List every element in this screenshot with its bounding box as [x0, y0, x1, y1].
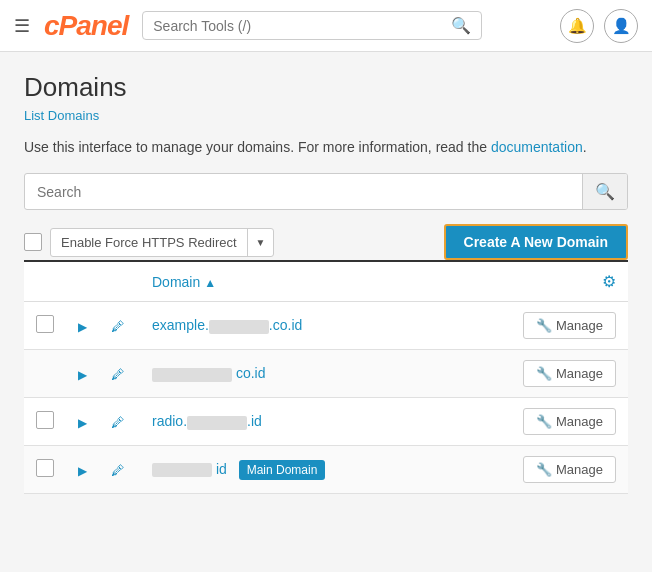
manage-button[interactable]: 🔧Manage — [523, 408, 616, 435]
header-expand-cell — [66, 261, 99, 302]
row-domain-cell: example..co.id — [140, 302, 511, 350]
row-edit-cell: 🖉 — [99, 302, 140, 350]
row-checkbox[interactable] — [36, 315, 54, 333]
row-checkbox-cell — [24, 350, 66, 398]
main-domain-badge: Main Domain — [239, 460, 326, 480]
wrench-icon: 🔧 — [536, 366, 552, 381]
row-checkbox[interactable] — [36, 411, 54, 429]
row-expand-cell: ▶ — [66, 398, 99, 446]
documentation-link[interactable]: documentation — [491, 139, 583, 155]
domain-link[interactable]: example..co.id — [152, 317, 302, 333]
sort-arrow-icon: ▲ — [204, 276, 216, 290]
row-checkbox-cell — [24, 398, 66, 446]
row-domain-cell: co.id — [140, 350, 511, 398]
wrench-icon: 🔧 — [536, 462, 552, 477]
domain-link[interactable]: co.id — [152, 365, 265, 381]
table-row: ▶ 🖉 example..co.id 🔧Manage — [24, 302, 628, 350]
row-edit-icon[interactable]: 🖉 — [111, 463, 124, 478]
wrench-icon: 🔧 — [536, 414, 552, 429]
main-content: Domains List Domains Use this interface … — [0, 52, 652, 514]
header-icon-cell — [99, 261, 140, 302]
table-row: ▶ 🖉 radio..id 🔧Manage — [24, 398, 628, 446]
toolbar-row: Enable Force HTTPS Redirect ▼ Create A N… — [24, 224, 628, 260]
description-text-pre: Use this interface to manage your domain… — [24, 139, 491, 155]
row-checkbox-cell — [24, 446, 66, 494]
row-manage-cell: 🔧Manage — [511, 350, 628, 398]
menu-icon[interactable]: ☰ — [14, 15, 30, 37]
table-header: Domain ▲ ⚙ — [24, 261, 628, 302]
https-dropdown-arrow[interactable]: ▼ — [248, 231, 274, 254]
table-row: ▶ 🖉 id Main Domain 🔧Manage — [24, 446, 628, 494]
row-expand-arrow[interactable]: ▶ — [78, 416, 87, 430]
topbar-search-icon[interactable]: 🔍 — [451, 16, 471, 35]
https-redirect-button[interactable]: Enable Force HTTPS Redirect ▼ — [50, 228, 274, 257]
topbar-search[interactable]: 🔍 — [142, 11, 482, 40]
gear-settings-icon[interactable]: ⚙ — [602, 272, 616, 291]
row-expand-cell: ▶ — [66, 350, 99, 398]
table-row: ▶ 🖉 co.id 🔧Manage — [24, 350, 628, 398]
row-expand-cell: ▶ — [66, 446, 99, 494]
description-text-post: . — [583, 139, 587, 155]
domain-search-button[interactable]: 🔍 — [582, 174, 627, 209]
row-edit-cell: 🖉 — [99, 350, 140, 398]
row-edit-icon[interactable]: 🖉 — [111, 367, 124, 382]
topbar-search-input[interactable] — [153, 18, 451, 34]
domain-search-bar: 🔍 — [24, 173, 628, 210]
row-edit-cell: 🖉 — [99, 398, 140, 446]
blurred-domain — [187, 416, 247, 430]
cpanel-logo: cPanel — [44, 10, 128, 42]
manage-button[interactable]: 🔧Manage — [523, 312, 616, 339]
manage-button[interactable]: 🔧Manage — [523, 456, 616, 483]
row-edit-icon[interactable]: 🖉 — [111, 415, 124, 430]
row-expand-cell: ▶ — [66, 302, 99, 350]
topbar: ☰ cPanel 🔍 🔔 👤 — [0, 0, 652, 52]
blurred-domain — [152, 463, 212, 477]
wrench-icon: 🔧 — [536, 318, 552, 333]
topbar-icons: 🔔 👤 — [560, 9, 638, 43]
row-expand-arrow[interactable]: ▶ — [78, 368, 87, 382]
select-all-checkbox[interactable] — [24, 233, 42, 251]
https-redirect-label: Enable Force HTTPS Redirect — [51, 229, 247, 256]
row-expand-arrow[interactable]: ▶ — [78, 464, 87, 478]
domain-link[interactable]: radio..id — [152, 413, 262, 429]
row-domain-cell: radio..id — [140, 398, 511, 446]
user-button[interactable]: 👤 — [604, 9, 638, 43]
row-checkbox-cell — [24, 302, 66, 350]
domain-column-header[interactable]: Domain ▲ — [152, 274, 216, 290]
row-manage-cell: 🔧Manage — [511, 446, 628, 494]
row-domain-cell: id Main Domain — [140, 446, 511, 494]
breadcrumb[interactable]: List Domains — [24, 108, 99, 123]
row-manage-cell: 🔧Manage — [511, 398, 628, 446]
domain-link[interactable]: id — [152, 461, 227, 477]
row-manage-cell: 🔧Manage — [511, 302, 628, 350]
page-description: Use this interface to manage your domain… — [24, 139, 628, 155]
domains-table: Domain ▲ ⚙ ▶ 🖉 — [24, 260, 628, 494]
page-title: Domains — [24, 72, 628, 103]
manage-button[interactable]: 🔧Manage — [523, 360, 616, 387]
header-manage-cell: ⚙ — [511, 261, 628, 302]
row-edit-cell: 🖉 — [99, 446, 140, 494]
header-checkbox-cell — [24, 261, 66, 302]
row-expand-arrow[interactable]: ▶ — [78, 320, 87, 334]
create-new-domain-button[interactable]: Create A New Domain — [444, 224, 628, 260]
header-domain-cell: Domain ▲ — [140, 261, 511, 302]
notification-button[interactable]: 🔔 — [560, 9, 594, 43]
blurred-domain — [152, 368, 232, 382]
domain-search-input[interactable] — [25, 176, 582, 208]
row-checkbox[interactable] — [36, 459, 54, 477]
blurred-domain — [209, 320, 269, 334]
row-edit-icon[interactable]: 🖉 — [111, 319, 124, 334]
